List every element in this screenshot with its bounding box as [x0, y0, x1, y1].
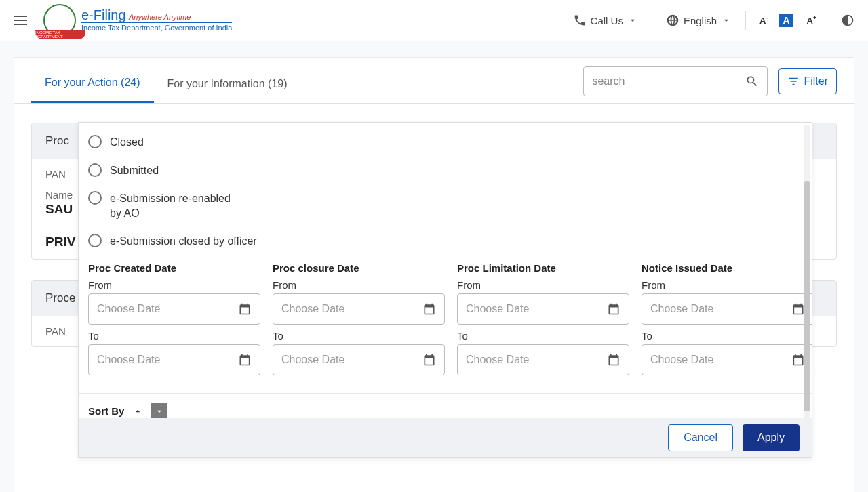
brand-logo[interactable]: INCOME TAX DEPARTMENT e-Filing Anywhere … [43, 4, 232, 37]
calendar-icon[interactable] [422, 353, 436, 367]
cancel-label: Cancel [684, 432, 717, 444]
date-field[interactable] [650, 354, 786, 366]
status-radio-group: Closed Submitted e-Submission re-enabled… [79, 124, 812, 260]
search-icon[interactable] [745, 75, 759, 88]
radio-icon [88, 135, 102, 148]
radio-icon [88, 191, 102, 205]
to-label: To [273, 330, 445, 342]
from-label: From [88, 279, 260, 291]
call-us-label: Call Us [591, 15, 623, 26]
apply-label: Apply [757, 432, 785, 444]
font-increase-button[interactable]: A+ [807, 16, 813, 26]
filter-icon [787, 75, 800, 87]
sort-by-title: Sort By [88, 405, 124, 417]
from-label: From [642, 279, 812, 291]
radio-label: Submitted [110, 163, 159, 178]
calendar-icon[interactable] [607, 302, 620, 316]
contrast-icon[interactable] [841, 14, 854, 27]
brand-subtitle: Income Tax Department, Government of Ind… [81, 22, 232, 33]
date-field[interactable] [466, 354, 601, 366]
date-field[interactable] [281, 303, 417, 315]
font-decrease-button[interactable]: A- [760, 16, 766, 26]
filter-button[interactable]: Filter [778, 68, 837, 94]
calendar-icon[interactable] [791, 302, 805, 316]
tab-for-information[interactable]: For your Information (19) [154, 66, 301, 102]
from-label: From [273, 279, 445, 291]
calendar-icon[interactable] [607, 353, 620, 367]
phone-icon [573, 14, 587, 27]
calendar-icon[interactable] [238, 353, 252, 367]
divider [652, 11, 652, 30]
status-closed-radio[interactable]: Closed [88, 128, 802, 157]
globe-icon [666, 14, 679, 27]
proc-limitation-to-input[interactable] [457, 344, 629, 375]
chevron-down-icon [154, 406, 165, 417]
from-label: From [457, 279, 629, 291]
col-title: Proc closure Date [273, 262, 445, 274]
chevron-up-icon [132, 406, 143, 417]
sort-section: Sort By Proc Created Date Proc Closure D… [79, 394, 812, 418]
menu-icon[interactable] [14, 12, 30, 28]
proc-closure-to-input[interactable] [273, 344, 445, 375]
scrollbar[interactable] [804, 125, 810, 418]
radio-icon [88, 163, 102, 177]
calendar-icon[interactable] [791, 353, 805, 367]
filter-panel-footer: Cancel Apply [79, 418, 812, 457]
divider [827, 11, 827, 30]
chevron-down-icon [721, 15, 732, 26]
scrollbar-thumb[interactable] [804, 181, 810, 411]
emblem-icon: INCOME TAX DEPARTMENT [43, 4, 76, 37]
calendar-icon[interactable] [238, 302, 252, 316]
calendar-icon[interactable] [422, 302, 436, 316]
proc-created-to-input[interactable] [88, 344, 260, 375]
proc-closure-from-input[interactable] [273, 293, 445, 325]
col-title: Proc Limitation Date [457, 262, 629, 274]
app-header: INCOME TAX DEPARTMENT e-Filing Anywhere … [0, 0, 868, 41]
ribbon-label: INCOME TAX DEPARTMENT [35, 30, 85, 39]
proc-limitation-date-col: Proc Limitation Date From To [457, 262, 629, 381]
filter-panel: Closed Submitted e-Submission re-enabled… [78, 122, 812, 458]
to-label: To [457, 330, 629, 342]
date-field[interactable] [97, 354, 233, 366]
date-field[interactable] [650, 303, 786, 315]
apply-button[interactable]: Apply [743, 424, 800, 451]
proc-created-date-col: Proc Created Date From To [88, 262, 260, 381]
brand-text: e-Filing Anywhere Anytime Income Tax Dep… [81, 7, 232, 33]
sort-asc-button[interactable] [130, 403, 146, 418]
col-title: Proc Created Date [88, 262, 260, 274]
brand-tagline: Anywhere Anytime [129, 13, 191, 21]
radio-icon [88, 234, 102, 247]
date-filters: Proc Created Date From To Proc closure D… [79, 260, 812, 394]
date-field[interactable] [281, 354, 417, 366]
radio-label: e-Submission re-enabled by AO [110, 191, 232, 220]
status-reenabled-radio[interactable]: e-Submission re-enabled by AO [88, 184, 802, 227]
chevron-down-icon [627, 15, 638, 26]
tab-for-action[interactable]: For your Action (24) [31, 64, 154, 103]
sort-desc-button[interactable] [151, 403, 167, 418]
col-title: Notice Issued Date [642, 262, 812, 274]
divider [745, 11, 746, 30]
cancel-button[interactable]: Cancel [668, 424, 733, 451]
status-submitted-radio[interactable]: Submitted [88, 157, 802, 185]
tabs-row: For your Action (24) For your Informatio… [14, 58, 854, 104]
call-us-button[interactable]: Call Us [573, 14, 638, 27]
notice-issued-from-input[interactable] [642, 293, 812, 325]
to-label: To [642, 330, 812, 342]
date-field[interactable] [466, 303, 601, 315]
date-field[interactable] [97, 303, 233, 315]
notice-issued-to-input[interactable] [642, 344, 812, 375]
search-input[interactable] [592, 75, 740, 87]
proc-closure-date-col: Proc closure Date From To [273, 262, 445, 381]
brand-name: e-Filing [81, 7, 126, 22]
to-label: To [88, 330, 260, 342]
radio-label: Closed [110, 135, 144, 150]
language-button[interactable]: English [666, 14, 732, 27]
search-box[interactable] [583, 66, 768, 96]
font-default-button[interactable]: A [779, 14, 793, 27]
proc-limitation-from-input[interactable] [457, 293, 629, 325]
status-closed-officer-radio[interactable]: e-Submission closed by officer [88, 227, 802, 255]
proc-created-from-input[interactable] [88, 293, 260, 325]
notice-issued-date-col: Notice Issued Date From To [642, 262, 812, 381]
radio-label: e-Submission closed by officer [110, 234, 257, 249]
filter-panel-body: Closed Submitted e-Submission re-enabled… [79, 123, 812, 418]
